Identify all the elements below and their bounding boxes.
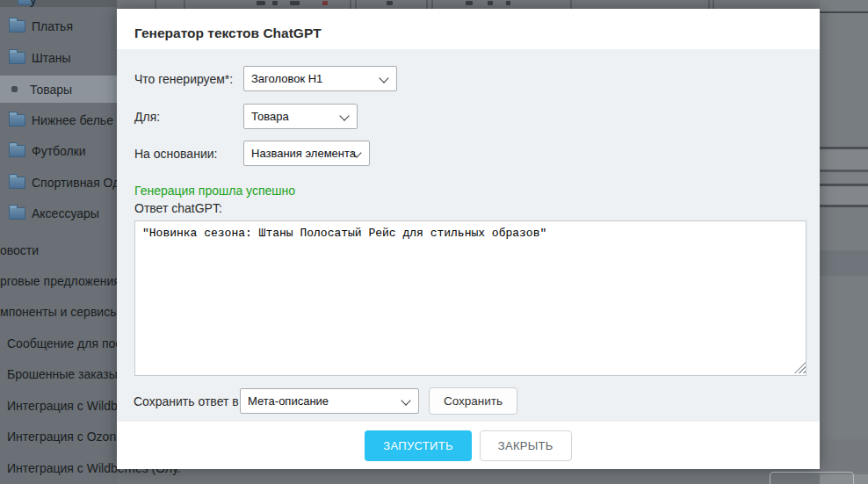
sidebar-item-label: рговые предложения [0,274,120,288]
dimmed-tab-text [290,1,300,5]
dimmed-tab-text [257,1,265,5]
folder-icon [9,20,25,33]
sidebar-item-integraciya-wildberries[interactable]: Интеграция с Wildbe [0,396,124,415]
sidebar-item-label: Товары [30,83,72,97]
dimmed-table-row [820,439,868,474]
folder-icon [9,207,25,220]
sidebar-item-label: овости [0,243,39,257]
sidebar-item-label: Интеграция с Ozon ( [7,430,124,444]
folder-icon [9,52,25,64]
dimmed-section-row [820,250,868,276]
chevron-down-icon [379,73,388,83]
basis-label: На основании: [134,147,217,161]
sidebar-item-label: Брошенные заказы ( [7,367,125,381]
sidebar-item-broshennye-zakazy[interactable]: Брошенные заказы ( [0,365,124,384]
for-select[interactable]: Товара [243,104,358,129]
save-to-select[interactable]: Мета-описание [240,388,419,414]
dimmed-tab-text [488,1,493,5]
dimmed-line [820,11,868,13]
folder-icon [9,145,25,157]
close-button[interactable]: ЗАКРЫТЬ [480,430,572,461]
sidebar-item-platya[interactable]: Платья [0,17,117,36]
basis-select[interactable]: Названия элемента [243,141,370,166]
sidebar-item-integraciya-ozon[interactable]: Интеграция с Ozon ( [0,427,124,446]
sidebar-item-nizhnee-belye[interactable]: Нижнее белье [0,111,117,130]
dimmed-tab-text [387,1,393,5]
sidebar-item-komponenty-i-servisy[interactable]: мпоненты и сервисы [0,302,117,321]
sidebar-item-label: Сообщение для посе [7,336,128,350]
sidebar-item-shtany[interactable]: Штаны [0,48,117,68]
sidebar-item-label: Аксессуары [32,206,99,220]
save-to-label: Сохранить ответ в [134,394,239,408]
status-message: Генерация прошла успешно [134,184,295,198]
save-to-select-value: Мета-описание [248,394,329,408]
folder-icon [9,114,25,126]
save-button[interactable]: Сохранить [429,387,517,415]
for-select-value: Товара [251,110,289,123]
dialog-body: Что генерируем*: Заголовок H1 Для: Товар… [117,49,820,422]
dimmed-table-row [820,172,868,184]
dimmed-table-row [820,186,868,205]
dimmed-tab-text [466,1,473,5]
what-label: Что генерируем*: [134,72,233,86]
sidebar-item-tovary-selected[interactable]: Товары [0,76,117,103]
sidebar-item-label: Платья [32,19,73,33]
sidebar-item-label: Интеграция с Wildbe [7,399,125,413]
dimmed-content-column [820,0,868,484]
sidebar-item-aksessuary[interactable]: Аксессуары [0,204,117,223]
folder-icon [9,177,25,189]
sidebar-item-integraciya-wildberries-2[interactable]: Интеграция с Wildberries (Олу. [0,459,124,478]
sidebar-item-label: Штаны [32,51,71,65]
sidebar-item-label: мпоненты и сервисы [0,305,119,319]
dimmed-table-row [820,149,868,170]
chevron-down-icon [401,395,410,405]
dialog-title: Генератор текстов ChatGPT [134,25,322,41]
dimmed-button-outline [770,472,854,484]
sidebar-item-clipped: у [30,0,37,7]
dimmed-tab-text [506,1,510,5]
sidebar-item-label: Нижнее белье [32,113,113,127]
for-label: Для: [134,110,160,124]
dimmed-red-badge [322,1,328,5]
sidebar-item-futbolki[interactable]: Футболки [0,141,117,161]
basis-select-value: Названия элемента [251,147,356,160]
sidebar-item-torgovye-predlozheniya[interactable]: рговые предложения [0,271,117,291]
what-select-value: Заголовок H1 [251,72,322,85]
sidebar: у Платья Штаны Товары Нижнее белье Футбо… [0,0,117,484]
sidebar-item-novosti[interactable]: овости [0,241,117,260]
dialog-header: Генератор текстов ChatGPT [117,9,820,49]
sidebar-item-soobshchenie[interactable]: Сообщение для посе [0,334,124,353]
chatgpt-generator-dialog: Генератор текстов ChatGPT Что генерируем… [117,9,820,469]
dimmed-tab-text [272,1,278,5]
run-button[interactable]: ЗАПУСТИТЬ [365,430,471,461]
bullet-icon [11,86,18,92]
dimmed-line [820,205,868,207]
answer-textarea[interactable]: "Новинка сезона: Штаны Полосатый Рейс дл… [134,220,807,376]
what-select[interactable]: Заголовок H1 [243,66,397,91]
answer-label: Ответ chatGPT: [134,201,222,215]
dialog-footer: ЗАПУСТИТЬ ЗАКРЫТЬ [117,422,820,469]
sidebar-item-label: Футболки [32,144,86,158]
sidebar-item-sportivnaya-odezhda[interactable]: Спортивная Одеж [0,173,117,192]
chevron-down-icon [339,111,349,120]
